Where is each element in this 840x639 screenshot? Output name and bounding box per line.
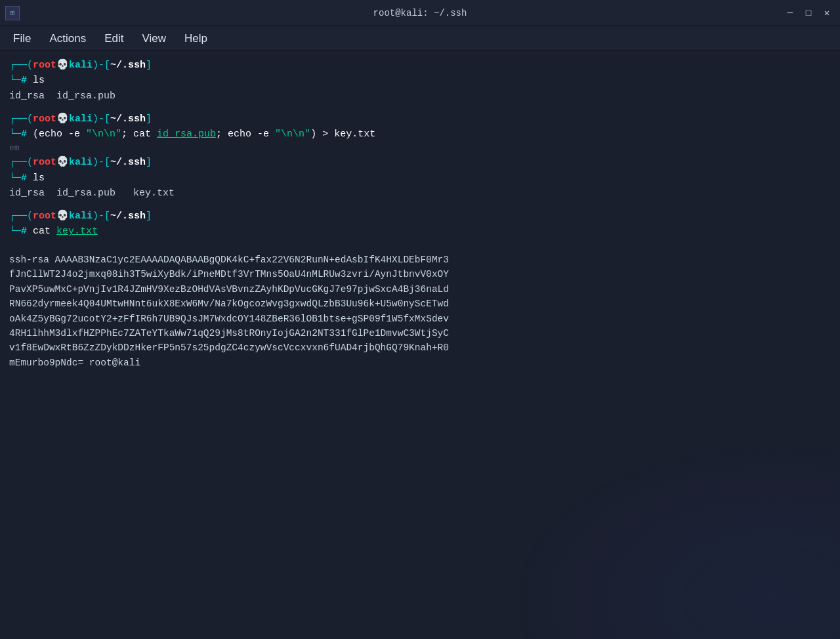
close-button[interactable]: ✕ bbox=[819, 7, 835, 20]
titlebar: ⊞ root@kali: ~/.ssh ─ □ ✕ bbox=[0, 0, 840, 26]
prompt-line-1: ┌──(root💀kali)-[~/.ssh] bbox=[9, 58, 831, 73]
command-line-3: └─# ls bbox=[9, 171, 831, 186]
window-controls: ─ □ ✕ bbox=[782, 7, 835, 20]
command-line-4: └─# cat key.txt bbox=[9, 224, 831, 239]
prompt-line-2: ┌──(root💀kali)-[~/.ssh] bbox=[9, 112, 831, 127]
window-icon-symbol: ⊞ bbox=[10, 9, 15, 17]
minimize-button[interactable]: ─ bbox=[782, 7, 798, 20]
menu-edit[interactable]: Edit bbox=[96, 30, 131, 48]
menu-view[interactable]: View bbox=[134, 30, 174, 48]
blank-2 bbox=[9, 201, 831, 209]
titlebar-left: ⊞ bbox=[5, 6, 20, 20]
key-output: ssh-rsa AAAAB3NzaC1yc2EAAAADAQABAABgQDK4… bbox=[9, 239, 831, 371]
window-title: root@kali: ~/.ssh bbox=[373, 8, 467, 18]
prompt-line-4: ┌──(root💀kali)-[~/.ssh] bbox=[9, 209, 831, 224]
output-1: id_rsa id_rsa.pub bbox=[9, 89, 831, 104]
terminal[interactable]: ┌──(root💀kali)-[~/.ssh] └─# ls id_rsa id… bbox=[0, 51, 840, 639]
output-em: em bbox=[9, 142, 831, 155]
blank-1 bbox=[9, 104, 831, 112]
output-2: id_rsa id_rsa.pub key.txt bbox=[9, 186, 831, 201]
menu-file[interactable]: File bbox=[5, 30, 39, 48]
command-line-2: └─# (echo -e "\n\n"; cat id_rsa.pub; ech… bbox=[9, 127, 831, 142]
window-icon[interactable]: ⊞ bbox=[5, 6, 20, 20]
command-line-1: └─# ls bbox=[9, 73, 831, 88]
menu-actions[interactable]: Actions bbox=[41, 30, 94, 48]
prompt-line-3: ┌──(root💀kali)-[~/.ssh] bbox=[9, 155, 831, 170]
maximize-button[interactable]: □ bbox=[801, 7, 816, 20]
menu-help[interactable]: Help bbox=[177, 30, 215, 48]
menubar: File Actions Edit View Help bbox=[0, 26, 840, 51]
